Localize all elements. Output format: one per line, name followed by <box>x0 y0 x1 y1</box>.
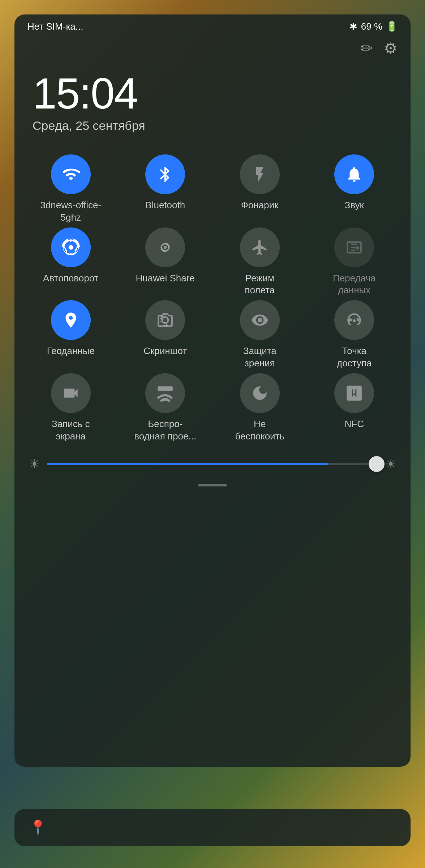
tile-donotdisturb-label: Небеспокоить <box>235 418 284 443</box>
huawei-share-icon <box>156 238 174 256</box>
panel-header: ✏ ⚙ <box>14 36 411 57</box>
tile-bluetooth[interactable]: Bluetooth <box>120 154 211 224</box>
tile-wireless[interactable]: Беспро-водная прое... <box>120 373 211 443</box>
tile-sound[interactable]: Звук <box>309 154 400 224</box>
tile-screenshot-label: Скриншот <box>143 345 187 357</box>
swipe-handle[interactable] <box>14 478 411 492</box>
eye-icon <box>251 311 269 329</box>
brightness-max-icon: ☀ <box>385 457 396 471</box>
tile-flashlight-label: Фонарик <box>241 199 278 212</box>
bottom-location-icon: 📍 <box>29 819 47 836</box>
tile-bluetooth-label: Bluetooth <box>145 199 185 212</box>
brightness-fill <box>47 463 329 465</box>
tile-donotdisturb-circle <box>240 373 280 413</box>
brightness-section: ☀ ☀ <box>14 442 411 478</box>
wireless-icon <box>156 384 174 402</box>
tile-airplane-label: Режимполета <box>245 272 275 297</box>
brightness-min-icon: ☀ <box>29 457 40 471</box>
tile-nfc[interactable]: NFC <box>309 373 400 443</box>
tile-screenshot-circle <box>145 300 185 340</box>
flashlight-icon <box>251 165 269 183</box>
tile-eyeprotection[interactable]: Защитазрения <box>214 300 305 370</box>
status-right: ✱ 69 % 🔋 <box>349 21 398 32</box>
airplane-icon <box>251 238 269 256</box>
tile-screenrecord-label: Запись сэкрана <box>52 418 90 443</box>
edit-icon[interactable]: ✏ <box>360 39 373 57</box>
tile-flashlight[interactable]: Фонарик <box>214 154 305 224</box>
tile-wifi-label: 3dnews-office-5ghz <box>40 199 101 224</box>
tile-donotdisturb[interactable]: Небеспокоить <box>214 373 305 443</box>
tile-huaweishare-label: Huawei Share <box>136 272 195 285</box>
tile-hotspot-circle <box>334 300 374 340</box>
bottom-bar: 📍 <box>14 809 411 846</box>
tile-autorotate-circle <box>51 227 91 267</box>
tile-sound-label: Звук <box>345 199 364 212</box>
tile-wifi-circle <box>51 154 91 194</box>
tile-nfc-circle <box>334 373 374 413</box>
notification-panel: Нет SIM-ка... ✱ 69 % 🔋 ✏ ⚙ 15:04 Среда, … <box>14 14 411 767</box>
tile-geodata[interactable]: Геоданные <box>25 300 116 370</box>
tile-eyeprotection-label: Защитазрения <box>243 345 276 370</box>
hotspot-icon <box>345 311 363 329</box>
tile-hotspot[interactable]: Точкадоступа <box>309 300 400 370</box>
status-bar: Нет SIM-ка... ✱ 69 % 🔋 <box>14 14 411 36</box>
tile-huaweishare[interactable]: Huawei Share <box>120 227 211 297</box>
tile-nfc-label: NFC <box>345 418 364 430</box>
tile-screenrecord-circle <box>51 373 91 413</box>
tile-screenrecord[interactable]: Запись сэкрана <box>25 373 116 443</box>
settings-icon[interactable]: ⚙ <box>384 39 398 57</box>
battery-icon: 🔋 <box>386 21 398 32</box>
tile-wireless-label: Беспро-водная прое... <box>134 418 196 443</box>
bluetooth-icon <box>156 165 174 183</box>
location-icon <box>62 311 80 329</box>
svg-point-0 <box>69 245 73 250</box>
tile-autorotate[interactable]: Автоповорот <box>25 227 116 297</box>
svg-point-2 <box>164 246 167 248</box>
battery-percentage: 69 % <box>361 21 382 32</box>
tile-eyeprotection-circle <box>240 300 280 340</box>
brightness-thumb[interactable] <box>369 456 385 472</box>
brightness-bar[interactable] <box>47 463 378 465</box>
time-section: 15:04 Среда, 25 сентября <box>14 57 411 140</box>
tile-airplane[interactable]: Режимполета <box>214 227 305 297</box>
tile-wireless-circle <box>145 373 185 413</box>
quick-tiles-grid: 3dnews-office-5ghz Bluetooth Фонарик <box>14 140 411 442</box>
tile-huaweishare-circle <box>145 227 185 267</box>
bluetooth-status-icon: ✱ <box>349 21 357 32</box>
tile-datatransfer-label: Передачаданных <box>333 272 376 297</box>
screenshot-icon <box>156 311 174 329</box>
time-display: 15:04 <box>33 72 392 115</box>
tile-bluetooth-circle <box>145 154 185 194</box>
bell-icon <box>345 165 363 183</box>
tile-flashlight-circle <box>240 154 280 194</box>
autorotate-icon <box>62 238 80 256</box>
moon-icon <box>251 384 269 402</box>
tile-wifi[interactable]: 3dnews-office-5ghz <box>25 154 116 224</box>
tile-autorotate-label: Автоповорот <box>43 272 98 285</box>
wifi-icon <box>62 165 80 183</box>
screenrecord-icon <box>62 384 80 402</box>
date-display: Среда, 25 сентября <box>33 119 392 133</box>
tile-datatransfer[interactable]: Передачаданных <box>309 227 400 297</box>
nfc-icon <box>345 384 363 402</box>
tile-airplane-circle <box>240 227 280 267</box>
status-sim: Нет SIM-ка... <box>27 21 83 32</box>
tile-datatransfer-circle <box>334 227 374 267</box>
tile-sound-circle <box>334 154 374 194</box>
handle-bar <box>198 484 227 486</box>
tile-screenshot[interactable]: Скриншот <box>120 300 211 370</box>
tile-geodata-circle <box>51 300 91 340</box>
tile-hotspot-label: Точкадоступа <box>337 345 372 370</box>
tile-geodata-label: Геоданные <box>47 345 95 357</box>
datatransfer-icon <box>345 238 363 256</box>
